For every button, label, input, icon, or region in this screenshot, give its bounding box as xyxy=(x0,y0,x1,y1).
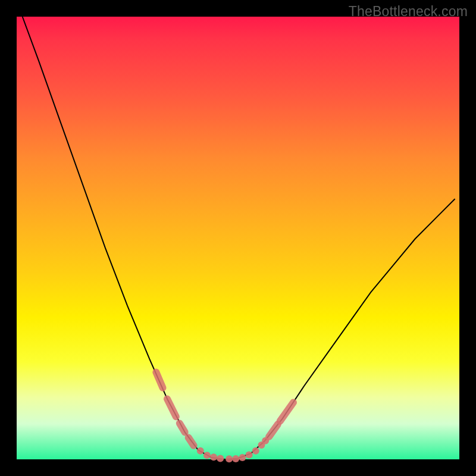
marker-dot xyxy=(210,453,217,461)
marker-dot xyxy=(239,454,246,461)
marker-dots xyxy=(197,437,269,463)
marker-dot xyxy=(262,437,269,444)
marker-dot xyxy=(252,447,259,455)
marker-dot xyxy=(226,455,233,462)
marker-dot xyxy=(246,452,253,459)
marker-segment xyxy=(156,372,162,388)
marker-segments xyxy=(156,372,293,446)
marker-segment xyxy=(280,402,293,421)
marker-dot xyxy=(217,455,224,462)
marker-dot xyxy=(203,452,211,459)
marker-dot xyxy=(197,447,204,455)
marker-segment xyxy=(180,424,185,433)
watermark-text: TheBottleneck.com xyxy=(349,4,468,20)
marker-segment xyxy=(167,399,176,416)
chart-svg xyxy=(17,17,459,461)
chart-plot-area xyxy=(17,17,459,459)
marker-dot xyxy=(232,455,239,462)
bottleneck-curve xyxy=(23,17,455,459)
marker-segment xyxy=(269,424,278,437)
marker-segment xyxy=(189,437,194,445)
